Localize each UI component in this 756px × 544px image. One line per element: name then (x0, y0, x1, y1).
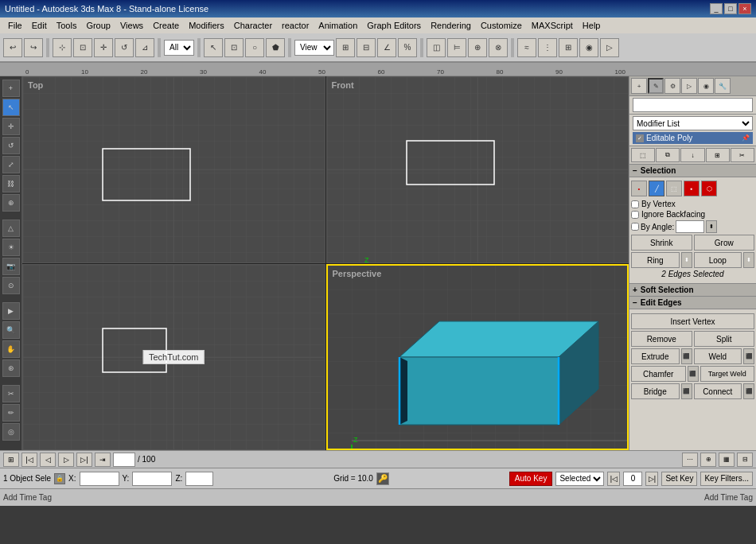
selection-header[interactable]: − Selection (629, 165, 756, 177)
x-input[interactable]: 39.198 (80, 472, 119, 486)
select-button[interactable]: ⊹ (53, 38, 72, 57)
close-button[interactable]: × (738, 3, 751, 14)
layer-button[interactable]: ⊗ (489, 38, 508, 57)
hierarchy-tab[interactable]: ⚙ (664, 78, 680, 94)
prev-key-btn[interactable]: |◁ (607, 472, 620, 486)
dope-sheet-button[interactable]: ⋮ (538, 38, 557, 57)
ring-button[interactable]: Ring (631, 252, 680, 268)
stack-rollout-btn1[interactable]: ⬚ (631, 148, 655, 162)
menu-create[interactable]: Create (148, 19, 184, 32)
create-tool[interactable]: + (2, 80, 20, 97)
object-name-field[interactable]: Box01 (629, 96, 756, 115)
bridge-settings[interactable]: ⬛ (681, 383, 692, 399)
rotate-tool[interactable]: ↺ (2, 137, 20, 154)
named-sel-button[interactable]: ⊕ (468, 38, 487, 57)
editable-poly-item[interactable]: ✓ Editable Poly 📌 (633, 132, 753, 144)
minimize-button[interactable]: _ (710, 3, 723, 14)
extrude-button[interactable]: Extrude (631, 348, 680, 364)
paint-tool[interactable]: ✏ (2, 404, 20, 422)
frame-number-input[interactable] (623, 472, 642, 486)
viewport-front[interactable]: Front X Z (326, 76, 629, 263)
menu-graph-editors[interactable]: Graph Editors (362, 19, 426, 32)
set-key-button[interactable]: Set Key (661, 472, 697, 486)
display-tab[interactable]: ◉ (698, 78, 714, 94)
pan-tool[interactable]: ✋ (2, 340, 20, 358)
bind-tool[interactable]: ⊕ (2, 194, 20, 212)
play-button[interactable]: ▶ (2, 302, 20, 320)
next-frame-button[interactable]: ▷| (76, 453, 92, 467)
y-input[interactable]: -42.975 (132, 472, 172, 486)
bridge-button[interactable]: Bridge (631, 383, 680, 399)
current-frame-input[interactable]: 0 (113, 453, 135, 467)
snap-button[interactable]: ⊞ (336, 38, 355, 57)
schematic-button[interactable]: ⊞ (559, 38, 578, 57)
menu-file[interactable]: File (3, 19, 27, 32)
mini-curve-btn[interactable]: ⋯ (682, 453, 698, 467)
window-controls[interactable]: _ □ × (710, 3, 751, 14)
insert-vertex-button[interactable]: Insert Vertex (631, 313, 754, 329)
rect-select-button[interactable]: ⊡ (224, 38, 244, 57)
soft-selection-header[interactable]: + Soft Selection (629, 283, 756, 297)
curve-editor-button[interactable]: ≈ (517, 38, 536, 57)
snap2d-button[interactable]: ⊟ (357, 38, 376, 57)
mini-filters-btn[interactable]: ⊕ (700, 453, 716, 467)
menu-help[interactable]: Help (578, 19, 606, 32)
menu-views[interactable]: Views (115, 19, 148, 32)
key-mode-button[interactable]: ⊞ (3, 453, 19, 467)
loop-button[interactable]: Loop (694, 252, 742, 268)
percent-snap-button[interactable]: % (398, 38, 417, 57)
vertex-icon[interactable]: • (631, 181, 647, 196)
viewport-top[interactable]: Top X Y (22, 76, 325, 263)
redo-button[interactable]: ↪ (24, 38, 43, 57)
eye-dropper-tool[interactable]: ◎ (2, 423, 20, 441)
next-key-btn[interactable]: ▷| (645, 472, 658, 486)
edit-edges-header[interactable]: − Edit Edges (629, 297, 756, 309)
undo-button[interactable]: ↩ (3, 38, 22, 57)
weld-settings[interactable]: ⬛ (743, 348, 754, 364)
fence-select-button[interactable]: ⬟ (266, 38, 285, 57)
menu-reactor[interactable]: reactor (277, 19, 314, 32)
by-angle-checkbox[interactable] (631, 223, 639, 231)
connect-settings[interactable]: ⬛ (743, 383, 754, 399)
mini-view-btn[interactable]: ⊟ (737, 453, 753, 467)
zoom-tool[interactable]: 🔍 (2, 321, 20, 339)
mirror-button[interactable]: ◫ (427, 38, 446, 57)
material-editor-button[interactable]: ◉ (579, 38, 598, 57)
lock-button[interactable]: 🔒 (54, 473, 65, 484)
connect-button[interactable]: Connect (694, 383, 742, 399)
by-angle-input[interactable]: 45.0 (676, 220, 704, 233)
last-frame-button[interactable]: ⇥ (95, 453, 111, 467)
menu-customize[interactable]: Customize (476, 19, 527, 32)
auto-key-button[interactable]: Auto Key (509, 472, 553, 486)
rotate-button[interactable]: ↺ (115, 38, 134, 57)
align-button[interactable]: ⊨ (447, 38, 466, 57)
helpers-tool[interactable]: ⊙ (2, 277, 20, 294)
split-button[interactable]: Split (694, 331, 755, 347)
loop-spinner[interactable]: ⬍ (743, 252, 754, 268)
play-back-button[interactable]: ◁ (40, 453, 56, 467)
angle-snap-button[interactable]: ∠ (377, 38, 396, 57)
menu-modifiers[interactable]: Modifiers (184, 19, 229, 32)
stack-rollout-btn5[interactable]: ✂ (731, 148, 754, 162)
create-tab[interactable]: + (631, 78, 647, 94)
grow-button[interactable]: Grow (694, 235, 755, 251)
orbit-tool[interactable]: ⊛ (2, 359, 20, 377)
viewport-left[interactable]: TechTut.com Y Z (22, 264, 325, 451)
motion-tab[interactable]: ▷ (681, 78, 697, 94)
chamfer-settings[interactable]: ⬛ (688, 366, 699, 382)
z-input[interactable]: 0.0 (185, 472, 213, 486)
utilities-tab[interactable]: 🔧 (715, 78, 731, 94)
menu-maxscript[interactable]: MAXScript (527, 19, 578, 32)
shapes-tool[interactable]: △ (2, 220, 20, 237)
knife-tool[interactable]: ✂ (2, 385, 20, 402)
key-filters-button[interactable]: Key Filters... (700, 472, 753, 486)
scale-button[interactable]: ⊿ (135, 38, 154, 57)
ignore-backfacing-checkbox[interactable] (631, 211, 639, 219)
render-button[interactable]: ▷ (600, 38, 619, 57)
border-icon[interactable]: ⬚ (666, 181, 682, 196)
shrink-button[interactable]: Shrink (631, 235, 692, 251)
ring-spinner[interactable]: ⬍ (681, 252, 692, 268)
maximize-button[interactable]: □ (724, 3, 737, 14)
object-name-input[interactable]: Box01 (633, 98, 753, 112)
stack-rollout-btn2[interactable]: ⧉ (656, 148, 680, 162)
